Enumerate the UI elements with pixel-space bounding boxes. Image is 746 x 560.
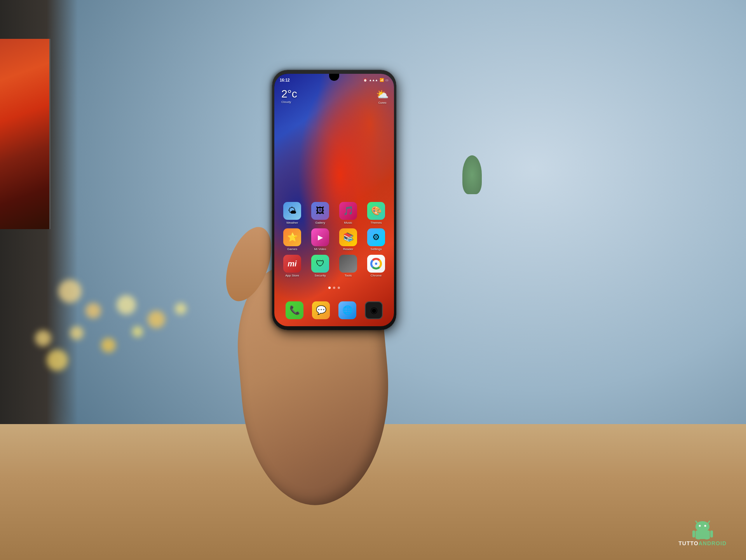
dock-camera[interactable]: ◉ [365, 301, 383, 319]
app-appstore[interactable]: mi App Store [281, 255, 303, 277]
app-music-label: Music [344, 221, 352, 224]
app-security[interactable]: 🛡 Security [309, 255, 331, 277]
app-music-icon: 🎵 [339, 202, 357, 220]
app-mivideo-label: Mi Video [314, 247, 326, 251]
app-tools[interactable]: Tools [337, 255, 359, 277]
app-row-1: 🌤 Weather 🖼 Gallery 🎵 Music 🎨 Themes [274, 202, 394, 224]
app-row-2: ⭐ Games ▶ Mi Video 📚 Reader ⚙ Settings [274, 228, 394, 251]
logo-area: TUTTOANDROID [678, 518, 727, 546]
artwork [0, 39, 51, 229]
plant [462, 155, 482, 194]
app-security-icon: 🛡 [311, 255, 329, 273]
svg-point-4 [704, 525, 706, 527]
page-dot-3 [338, 287, 340, 289]
app-appstore-label: App Store [285, 274, 299, 277]
app-reader[interactable]: 📚 Reader [337, 228, 359, 251]
logo-prefix: TUTTO [678, 540, 698, 546]
weather-temperature: 2°c [281, 89, 297, 99]
app-gallery[interactable]: 🖼 Gallery [309, 202, 331, 224]
signal-icon: ▲▲▲ [369, 78, 378, 82]
app-weather[interactable]: 🌤 Weather [281, 202, 303, 224]
alarm-icon: ⏰ [363, 78, 367, 82]
page-dots [274, 287, 394, 289]
dock-browser[interactable]: 🌐 [338, 301, 356, 319]
page-dot-1 [328, 287, 331, 289]
android-robot-icon [690, 518, 715, 539]
weather-city: Cuneo [376, 101, 389, 104]
app-games-label: Games [287, 247, 297, 251]
app-themes[interactable]: 🎨 Themes [365, 202, 387, 224]
app-appstore-icon: mi [283, 255, 301, 273]
app-themes-icon: 🎨 [367, 202, 385, 220]
weather-icon: ⛅ [376, 89, 389, 101]
app-reader-icon: 📚 [339, 228, 357, 246]
svg-rect-5 [695, 530, 710, 539]
battery-icon: ▭ [385, 78, 389, 82]
dock: 📞 💬 🌐 ◉ [274, 301, 394, 319]
dock-messenger[interactable]: 💬 [312, 301, 330, 319]
app-gallery-label: Gallery [315, 221, 325, 224]
app-games[interactable]: ⭐ Games [281, 228, 303, 251]
phone-body: 16:12 ⏰ ▲▲▲ 📶 ▭ 2°c Cloudy ⛅ Cuneo 🌤 Wea… [272, 70, 396, 330]
app-reader-label: Reader [343, 247, 353, 251]
logo-text: TUTTOANDROID [678, 540, 727, 546]
app-settings-label: Settings [371, 247, 382, 251]
dock-phone[interactable]: 📞 [286, 301, 303, 319]
app-mivideo-icon: ▶ [311, 228, 329, 246]
app-chrome-icon [367, 255, 385, 273]
svg-point-3 [699, 525, 701, 527]
app-settings-icon: ⚙ [367, 228, 385, 246]
weather-widget: 2°c Cloudy [281, 89, 297, 104]
app-gallery-icon: 🖼 [311, 202, 329, 220]
wifi-icon: 📶 [380, 78, 384, 82]
app-chrome[interactable]: Chrome [365, 255, 387, 277]
app-security-label: Security [315, 274, 326, 277]
page-dot-2 [333, 287, 335, 289]
svg-rect-8 [697, 538, 700, 539]
app-tools-icon [339, 255, 357, 273]
weather-condition: Cloudy [281, 100, 297, 104]
app-music[interactable]: 🎵 Music [337, 202, 359, 224]
app-mivideo[interactable]: ▶ Mi Video [309, 228, 331, 251]
app-settings[interactable]: ⚙ Settings [365, 228, 387, 251]
app-themes-label: Themes [371, 221, 382, 224]
svg-rect-6 [692, 530, 695, 537]
status-time: 16:12 [280, 78, 290, 82]
weather-icon-widget: ⛅ Cuneo [376, 89, 389, 104]
app-weather-label: Weather [286, 221, 298, 224]
app-weather-icon: 🌤 [283, 202, 301, 220]
svg-point-2 [695, 521, 709, 532]
svg-rect-9 [705, 538, 708, 539]
app-row-3: mi App Store 🛡 Security [274, 255, 394, 277]
phone-screen: 16:12 ⏰ ▲▲▲ 📶 ▭ 2°c Cloudy ⛅ Cuneo 🌤 Wea… [274, 74, 394, 326]
svg-rect-7 [710, 530, 713, 537]
app-tools-label: Tools [345, 274, 352, 277]
status-icons: ⏰ ▲▲▲ 📶 ▭ [363, 78, 389, 82]
app-games-icon: ⭐ [283, 228, 301, 246]
app-chrome-label: Chrome [371, 274, 382, 277]
logo-suffix: ANDROID [699, 540, 727, 546]
